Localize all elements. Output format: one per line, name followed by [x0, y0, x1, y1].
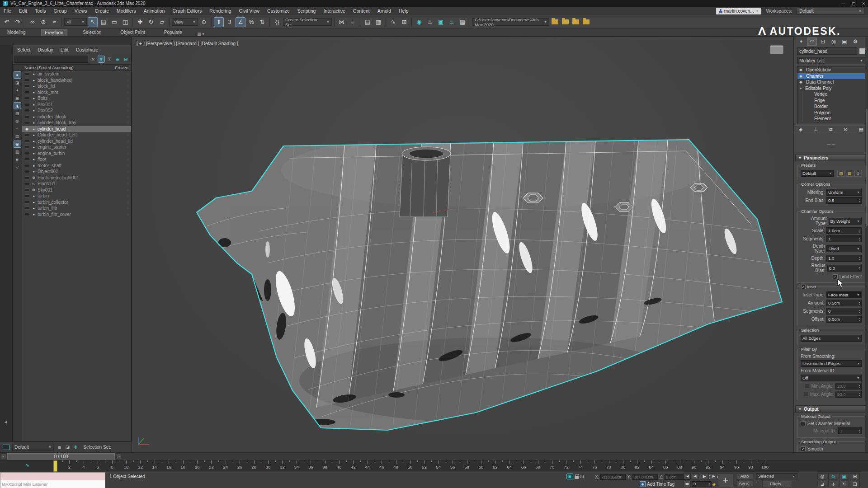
eye-icon[interactable]: ◉ — [799, 68, 804, 72]
undo-icon[interactable]: ↶ — [2, 17, 12, 27]
frozen-toggle[interactable]: ○ — [127, 79, 129, 82]
show-end-result-icon[interactable]: ⊥ — [814, 127, 818, 132]
visibility-eye-icon[interactable] — [24, 97, 30, 100]
command-panel-scrollbar[interactable] — [865, 37, 868, 452]
filter-cameras-icon[interactable]: ▣ — [14, 94, 21, 102]
auto-key-button[interactable]: Auto — [736, 473, 753, 479]
depth-type-dropdown[interactable]: Fixed ▼ — [826, 245, 862, 252]
eye-icon[interactable]: ◉ — [799, 74, 804, 78]
stack-item-polygon[interactable]: Polygon — [802, 110, 865, 116]
visibility-eye-icon[interactable] — [24, 182, 30, 185]
modify-tab[interactable]: ◠ — [807, 38, 817, 46]
frozen-toggle[interactable]: ○ — [127, 188, 129, 192]
frozen-toggle[interactable]: ○ — [127, 140, 129, 143]
timeline-ruler[interactable]: 0246810121416182022242628303234363840424… — [43, 460, 868, 472]
ribbon-tab-selection[interactable]: Selection — [79, 29, 105, 36]
viewport-label[interactable]: [ + ] [Perspective ] [Standard ] [Defaul… — [137, 41, 238, 46]
y-coordinate-field[interactable]: 387.041cm — [632, 474, 658, 480]
list-item-block-mnt[interactable]: ●block_mnt○ — [22, 89, 131, 96]
spinner-snap-icon[interactable]: ⇅ — [257, 17, 267, 27]
panel-grip[interactable]: ▬ ▬ — [794, 133, 868, 154]
visibility-eye-icon[interactable] — [24, 201, 30, 204]
visibility-eye-icon[interactable] — [24, 176, 30, 179]
explorer-menu-edit[interactable]: Edit — [61, 47, 69, 52]
visibility-eye-icon[interactable] — [24, 188, 30, 192]
explorer-search-input[interactable] — [14, 56, 88, 63]
menu-content[interactable]: Content — [353, 8, 370, 14]
frozen-toggle[interactable]: ○ — [127, 194, 129, 197]
use-pivot-center-icon[interactable]: ⊙ — [199, 17, 209, 27]
visibility-eye-icon[interactable] — [24, 91, 30, 94]
menu-rendering[interactable]: Rendering — [209, 8, 231, 14]
inset-segments-spinner[interactable]: 0 ▴▾ — [826, 308, 862, 314]
ribbon-tab-object-paint[interactable]: Object Paint — [117, 29, 148, 36]
collapse-panel-icon[interactable]: ◄ — [4, 420, 8, 424]
orbit-button[interactable]: ↻ — [839, 481, 849, 487]
smooth-checkbox[interactable]: ✓ — [801, 446, 806, 451]
active-layer-swatch[interactable] — [3, 445, 10, 450]
track-bar[interactable]: ∿ 02468101214161820222426283032343638404… — [0, 460, 868, 472]
visibility-eye-icon[interactable] — [24, 79, 30, 82]
pin-stack-icon[interactable]: ◈ — [799, 127, 802, 132]
list-item-engine-turbin[interactable]: ●engine_turbin○ — [22, 150, 131, 157]
min-angle-spinner[interactable]: 20.0 ▴▾ — [835, 383, 862, 389]
collapse-tree-icon[interactable]: ⊟ — [122, 56, 129, 63]
frozen-toggle[interactable]: ○ — [127, 170, 129, 173]
user-account-menu[interactable]: martin.coven... ▼ — [716, 8, 762, 14]
selection-mode-dropdown[interactable]: All Edges ▼ — [801, 335, 862, 342]
time-tag-icon[interactable]: ◈ — [640, 481, 646, 487]
frozen-toggle[interactable]: ○ — [127, 72, 129, 75]
menu-scripting[interactable]: Scripting — [297, 8, 316, 14]
listener-script-line[interactable]: MAXScript Mini Listener — [0, 480, 105, 488]
layer-manager-icon[interactable]: ▤ — [363, 17, 373, 27]
visibility-eye-icon[interactable] — [24, 145, 30, 149]
zoom-extents-button[interactable]: ▣ — [839, 473, 849, 479]
modifier-list-dropdown[interactable]: Modifier List ▼ — [797, 57, 865, 64]
visibility-eye-icon[interactable] — [24, 72, 30, 75]
menu-views[interactable]: Views — [75, 8, 87, 14]
filter-spacewarps-icon[interactable]: ⌁ — [14, 125, 21, 132]
max-angle-spinner[interactable]: 90.0 ▴▾ — [835, 391, 862, 398]
add-time-tag-label[interactable]: Add Time Tag — [647, 482, 675, 487]
list-item-block-lid[interactable]: ●block_lid○ — [22, 83, 131, 89]
next-frame-button[interactable]: |▶ — [710, 473, 717, 479]
stack-item-opensubdiv[interactable]: ◉OpenSubdiv — [797, 67, 865, 73]
list-item-motor-shaft[interactable]: ●motor_shaft○ — [22, 163, 131, 169]
menu-customize[interactable]: Customize — [267, 8, 290, 14]
key-filter-icon[interactable]: ◈ — [712, 482, 716, 487]
play-button[interactable]: ▶ — [700, 473, 709, 479]
curve-editor-icon[interactable]: ∿ — [388, 17, 398, 27]
frozen-toggle[interactable]: ○ — [127, 201, 129, 204]
set-chamfer-material-checkbox[interactable] — [801, 421, 806, 426]
menu-animation[interactable]: Animation — [144, 8, 165, 14]
maximize-viewport-button[interactable]: ❏ — [850, 481, 860, 487]
utilities-tab[interactable]: ⚙ — [850, 38, 860, 46]
rectangular-selection-region-icon[interactable]: ▭ — [109, 17, 119, 27]
time-slider[interactable]: 0 / 100 — [7, 453, 115, 460]
list-item-turbin[interactable]: ●turbin○ — [22, 193, 131, 199]
eye-icon[interactable]: ◉ — [799, 80, 804, 84]
project-folder-dropdown[interactable]: C:\Users\covenm\Documents\3ds Max 2020▼ — [472, 18, 549, 26]
list-item-engine-starter[interactable]: ●engine_starter○ — [22, 144, 131, 150]
list-item-object001[interactable]: ●Object001○ — [22, 169, 131, 175]
material-editor-icon[interactable]: ◉ — [414, 17, 424, 27]
named-selection-set-dropdown[interactable]: Create Selection Set▼ — [283, 18, 332, 26]
viewcube-monitor-icon[interactable] — [770, 45, 783, 54]
visibility-eye-icon[interactable] — [24, 133, 30, 136]
select-and-link-icon[interactable]: ∞ — [28, 17, 38, 27]
ribbon-tab-populate[interactable]: Populate — [160, 29, 185, 36]
frozen-toggle[interactable]: ○ — [127, 97, 129, 100]
menu-help[interactable]: Help — [399, 8, 409, 14]
minimize-button[interactable]: — — [841, 1, 845, 6]
filters-button[interactable]: Filters... — [762, 481, 792, 487]
list-item-cylinder-head-left[interactable]: ●Cylinder_head_Left○ — [22, 132, 131, 138]
expand-tree-icon[interactable]: ⊞ — [114, 56, 121, 63]
frozen-toggle[interactable]: ○ — [127, 127, 129, 131]
frozen-toggle[interactable]: ○ — [127, 109, 129, 112]
filter-materials-icon[interactable]: ◍ — [14, 117, 21, 125]
mirror-icon[interactable]: ⋈ — [337, 17, 347, 27]
list-item-cylinder-head[interactable]: ◉●cylinder_head○ — [22, 126, 131, 132]
filter-helpers-icon[interactable]: ◮ — [14, 102, 21, 109]
visibility-eye-icon[interactable] — [24, 164, 30, 167]
visibility-eye-icon[interactable] — [24, 194, 30, 197]
